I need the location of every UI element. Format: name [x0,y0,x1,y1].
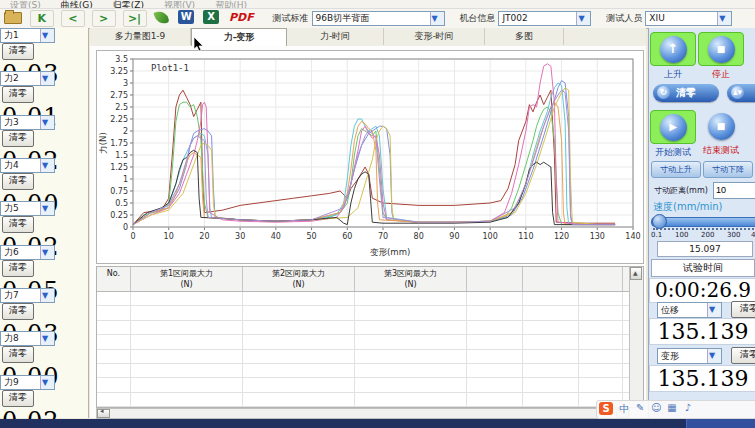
deformation-select[interactable]: 变形 [657,348,722,364]
open-folder-icon[interactable] [4,12,22,24]
sogou-icon[interactable]: S [599,402,613,415]
chevron-down-icon[interactable] [40,246,54,259]
channel-clear-button[interactable]: 清零 [2,390,34,407]
channel-clear-button[interactable]: 清零 [2,346,34,363]
table-cell [131,292,243,305]
chevron-down-icon[interactable] [717,12,731,25]
inch-distance-input[interactable] [713,182,755,199]
tab-deformation-time[interactable]: 变形-时间 [384,28,485,45]
channel-clear-button[interactable]: 清零 [2,303,34,320]
test-pause-button[interactable] [747,110,755,142]
chevron-down-icon[interactable] [40,159,54,172]
tester-select[interactable]: XIU [645,11,732,26]
table-cell [243,292,355,305]
channel-clear-button[interactable]: 清零 [2,216,34,233]
inch-down-button[interactable]: 寸动下降 [703,161,753,178]
table-cell [243,321,355,334]
speed-slider-thumb[interactable] [652,214,667,229]
menu-settings[interactable]: 设置(S) [0,0,51,9]
table-cell [523,306,579,319]
test-standard-select[interactable]: 96B切半背面 [312,11,445,26]
nav-first-button[interactable]: K [30,10,54,27]
keyboard-icon[interactable]: ▦ [666,402,679,413]
channel-select[interactable]: 力7 [0,288,55,303]
tab-multiforce[interactable]: 多力量图1-9 [90,28,191,45]
clipped-button[interactable]: ▴▾ [727,84,755,102]
channel-select[interactable]: 力5 [0,201,55,216]
mic-icon[interactable]: ♪ [681,402,694,413]
chevron-down-icon[interactable] [707,349,721,363]
jog-down-button[interactable] [747,32,755,64]
scroll-up-icon[interactable] [630,267,642,280]
channel-select[interactable]: 力9 [0,375,55,390]
clear-button[interactable]: ↻清零 [653,84,719,102]
tab-force-time[interactable]: 力-时间 [287,28,384,45]
horizontal-scrollbar[interactable] [96,408,630,419]
vertical-scrollbar[interactable] [629,267,643,405]
displacement-clear-button[interactable]: 清零 [731,301,755,318]
nav-last-button[interactable]: >| [123,10,147,27]
table-row[interactable] [97,335,643,349]
table-row[interactable] [97,321,643,335]
channel-select[interactable]: 力8 [0,331,55,346]
svg-text:0.5: 0.5 [115,199,128,208]
deformation-clear-button[interactable]: 清零 [731,347,755,364]
channel-select[interactable]: 力3 [0,115,55,130]
displacement-select[interactable]: 位移 [657,302,722,318]
table-row[interactable] [97,350,643,364]
table-row[interactable] [97,292,643,306]
channel-clear-button[interactable]: 清零 [2,43,34,60]
chevron-down-icon[interactable] [40,72,54,85]
table-row[interactable] [97,306,643,320]
export-pdf-icon[interactable]: PDF [229,11,254,24]
table-cell [579,350,623,363]
jog-stop-button[interactable] [698,32,744,66]
channel-select[interactable]: 力2 [0,71,55,86]
export-word-icon[interactable]: W [178,10,194,24]
export-excel-icon[interactable]: X [203,10,219,24]
menu-view[interactable]: 视图(V) [154,0,205,9]
channel-select[interactable]: 力6 [0,245,55,260]
chevron-down-icon[interactable] [40,29,54,42]
taskbar[interactable] [0,419,755,428]
language-icon[interactable]: 中 [618,402,631,416]
pen-icon[interactable]: ✎ [634,402,647,413]
channel-select[interactable]: 力1 [0,28,55,43]
jog-up-button[interactable] [650,32,696,66]
chevron-down-icon[interactable] [40,376,54,389]
chevron-down-icon[interactable] [40,202,54,215]
machine-info-select[interactable]: JT002 [498,11,591,26]
test-start-button[interactable] [650,110,696,144]
table-cell [243,364,355,377]
channel-clear-button[interactable]: 清零 [2,130,34,147]
nav-next-button[interactable]: > [92,10,116,27]
menu-curve[interactable]: 曲线(G) [51,0,103,9]
triangles-icon: ▴▾ [731,86,744,99]
chart-svg[interactable]: 010203040506070809010011012013014000.250… [97,51,641,261]
emoji-icon[interactable]: ☺ [650,402,663,413]
inch-up-button[interactable]: 寸动上升 [651,161,701,178]
channel-clear-button[interactable]: 清零 [2,260,34,277]
tab-multiplot[interactable]: 多图 [485,28,564,45]
channel-clear-button[interactable]: 清零 [2,173,34,190]
chevron-down-icon[interactable] [707,303,721,317]
channel-clear-button[interactable]: 清零 [2,86,34,103]
table-header-row: No. 第1区间最大力(N) 第2区间最大力(N) 第3区间最大力(N) [97,267,643,292]
menu-zero[interactable]: 归零(Z) [103,0,154,9]
chevron-down-icon[interactable] [40,332,54,345]
scroll-left-icon[interactable] [97,409,110,418]
table-row[interactable] [97,393,643,407]
tester-value: XIU [649,13,664,23]
chevron-down-icon[interactable] [40,116,54,129]
tab-force-deformation[interactable]: 力-变形 [191,28,287,47]
table-row[interactable] [97,378,643,392]
chevron-down-icon[interactable] [576,12,590,25]
chevron-down-icon[interactable] [430,12,444,25]
test-end-button[interactable] [699,110,743,142]
chevron-down-icon[interactable] [40,289,54,302]
nav-prev-button[interactable]: < [61,10,85,27]
channel-select[interactable]: 力4 [0,158,55,173]
leaf-icon[interactable] [154,10,170,26]
menu-help[interactable]: 帮助(H) [205,0,257,9]
table-row[interactable] [97,364,643,378]
